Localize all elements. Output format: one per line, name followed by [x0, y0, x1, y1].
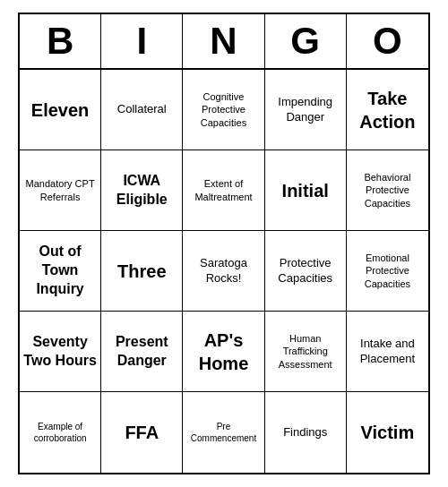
bingo-cell-5: Mandatory CPT Referrals	[20, 150, 101, 231]
bingo-cell-0: Eleven	[20, 70, 101, 150]
bingo-cell-24: Victim	[347, 392, 428, 473]
bingo-cell-18: Human Trafficking Assessment	[265, 312, 347, 392]
bingo-cell-8: Initial	[265, 150, 347, 231]
bingo-cell-19: Intake and Placement	[347, 312, 428, 392]
bingo-cell-14: Emotional Protective Capacities	[347, 231, 428, 312]
bingo-cell-15: Seventy Two Hours	[20, 312, 101, 392]
bingo-cell-20: Example of corroboration	[20, 392, 101, 473]
bingo-cell-13: Protective Capacities	[265, 231, 347, 312]
bingo-letter-n: N	[183, 14, 264, 68]
bingo-cell-17: AP's Home	[183, 312, 264, 392]
bingo-cell-2: Cognitive Protective Capacities	[183, 70, 264, 150]
bingo-cell-11: Three	[101, 231, 183, 312]
bingo-letter-g: G	[265, 14, 347, 68]
bingo-cell-6: ICWA Eligible	[101, 150, 183, 231]
bingo-letter-o: O	[347, 14, 428, 68]
bingo-cell-12: Saratoga Rocks!	[183, 231, 264, 312]
bingo-cell-16: Present Danger	[101, 312, 183, 392]
bingo-header: BINGO	[20, 14, 428, 70]
bingo-cell-7: Extent of Maltreatment	[183, 150, 264, 231]
bingo-cell-21: FFA	[101, 392, 183, 473]
bingo-cell-1: Collateral	[101, 70, 183, 150]
bingo-cell-23: Findings	[265, 392, 347, 473]
bingo-cell-3: Impending Danger	[265, 70, 347, 150]
bingo-grid: ElevenCollateralCognitive Protective Cap…	[20, 70, 428, 473]
bingo-cell-10: Out of Town Inquiry	[20, 231, 101, 312]
bingo-card: BINGO ElevenCollateralCognitive Protecti…	[18, 13, 430, 474]
bingo-cell-22: Pre Commencement	[183, 392, 264, 473]
bingo-letter-b: B	[20, 14, 101, 68]
bingo-cell-4: Take Action	[347, 70, 428, 150]
bingo-cell-9: Behavioral Protective Capacities	[347, 150, 428, 231]
bingo-letter-i: I	[101, 14, 183, 68]
